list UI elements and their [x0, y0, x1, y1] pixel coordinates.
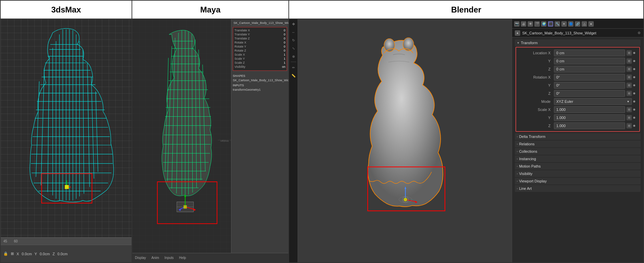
blender-select-icon[interactable]: ✥	[290, 21, 297, 27]
instancing-section: › Instancing	[515, 155, 641, 162]
viewport-maya: Mediu... Instan...	[132, 19, 231, 262]
motion-paths-header[interactable]: › Motion Paths	[515, 163, 641, 170]
blender-transform-icon[interactable]: ⊕	[290, 53, 297, 60]
viewport-display-arrow: ›	[517, 180, 518, 183]
blender-rotate-icon[interactable]: ↻	[290, 37, 297, 43]
scale-y-label: Scale Y	[234, 57, 245, 60]
shapes-label: SHAPES	[233, 74, 287, 78]
scale-x-value[interactable]: 1.000	[554, 106, 625, 113]
blender-annotate-icon[interactable]: ✏	[290, 64, 297, 71]
instancing-header[interactable]: › Instancing	[515, 155, 641, 162]
delta-arrow: ›	[517, 135, 518, 138]
blender-world-icon[interactable]: 🌍	[541, 21, 547, 27]
scale-z-value[interactable]: 1.000	[554, 122, 625, 129]
rotation-y-dot[interactable]	[633, 84, 635, 86]
rotation-y-link-icon[interactable]: ⛓	[626, 83, 632, 88]
blender-render-icon[interactable]: 📷	[514, 21, 520, 27]
scale-x-dot[interactable]	[633, 109, 635, 111]
scale-y-value[interactable]: 1.000	[554, 114, 625, 121]
rotation-z-dot[interactable]	[633, 92, 635, 94]
blender-move-icon[interactable]: ↔	[290, 29, 297, 35]
line-art-header[interactable]: › Line Art	[515, 185, 641, 192]
relations-header[interactable]: › Relations	[515, 141, 641, 147]
mode-label: Mode	[520, 99, 554, 104]
blender-particle-icon[interactable]: ✦	[561, 21, 567, 27]
rotation-y-value[interactable]: 0°	[554, 82, 625, 89]
blender-measure-icon[interactable]: 📏	[290, 72, 297, 79]
blender-modifier-icon[interactable]: 🔧	[555, 21, 560, 27]
maya-channel-box: Translate X 0 Translate Y 0 Translate Z …	[233, 27, 287, 71]
blender-left-toolbar: ✥ ↔ ↻ ⤡ ⊕ ✏ 📏	[289, 19, 298, 262]
maya-anim-tab[interactable]: Anim	[151, 256, 159, 260]
rotation-x-value[interactable]: 0°	[554, 74, 625, 81]
rotation-z-link-icon[interactable]: ⛓	[626, 91, 632, 96]
collections-header[interactable]: › Collections	[515, 148, 641, 155]
blender-properties-panel: 📷 🖨 👁 🎬 🌍 ⬛ 🔧 ✦ 🔵 🔗 △ ● ▲ SK_Carto	[512, 19, 643, 262]
scale-y-dot[interactable]	[633, 117, 635, 119]
location-z-dot[interactable]	[633, 68, 635, 70]
scale-y-label: Y	[520, 116, 554, 120]
motion-paths-label: Motion Paths	[519, 164, 541, 168]
svg-line-25	[36, 81, 39, 177]
rotate-y-label: Rotate Y	[234, 45, 246, 48]
collections-section: › Collections	[515, 148, 641, 155]
mode-dropdown-icon: ▼	[627, 100, 629, 103]
transform-box: Location X 0 cm ⛓ Y 0 cm	[515, 47, 640, 132]
scale-x-label: Scale X	[234, 53, 245, 56]
translate-y-value: 0	[284, 33, 285, 36]
blender-object-icon[interactable]: ⬛	[548, 21, 553, 27]
location-z-row: Z 0 cm ⛓	[517, 65, 638, 73]
rotation-y-row: Y 0° ⛓	[517, 81, 638, 89]
maya-edge-label: Mediu... Instan...	[217, 139, 231, 143]
location-x-dot[interactable]	[633, 52, 635, 54]
instancing-label: Instancing	[519, 157, 536, 161]
delta-transform-section: › Delta Transform	[515, 133, 641, 140]
location-z-value[interactable]: 0 cm	[554, 66, 625, 72]
rotate-z-value: 0	[284, 49, 285, 52]
blender-physics-icon[interactable]: 🔵	[568, 21, 573, 27]
scale-y-row: Y 1.000 ⛓	[517, 114, 638, 122]
rotation-z-value[interactable]: 0°	[554, 90, 625, 97]
blender-scale-icon[interactable]: ⤡	[290, 45, 297, 52]
lock-icon: 🔒	[3, 252, 8, 256]
main-container: 3dsMax Maya Blender	[0, 0, 644, 263]
statusbar-3dsmax: 🔒 ⊞ X 0.0cm Y 0.0cm Z 0.0cm	[1, 245, 132, 262]
line-art-label: Line Art	[519, 186, 532, 191]
rotation-z-row: Z 0° ⛓	[517, 89, 638, 97]
z-label: Z	[53, 252, 55, 256]
location-x-value[interactable]: 0 cm	[554, 50, 625, 56]
blender-constraint-icon[interactable]: 🔗	[575, 21, 580, 27]
blender-material-icon[interactable]: ●	[588, 21, 594, 27]
maya-help-tab[interactable]: Help	[179, 256, 186, 260]
motion-paths-arrow: ›	[517, 165, 518, 168]
scale-y-link-icon[interactable]: ⛓	[626, 115, 632, 120]
blender-output-icon[interactable]: 🖨	[521, 21, 526, 27]
delta-transform-header[interactable]: › Delta Transform	[515, 133, 641, 140]
viewport-display-header[interactable]: › Viewport Display	[515, 178, 641, 184]
location-y-dot[interactable]	[633, 60, 635, 62]
location-y-link-icon[interactable]: ⛓	[626, 58, 632, 64]
rotation-x-label: Rotation X	[520, 75, 554, 79]
location-x-link-icon[interactable]: ⛓	[626, 50, 632, 56]
rotation-x-link-icon[interactable]: ⛓	[626, 75, 632, 80]
mode-dot[interactable]	[633, 100, 635, 103]
visibility-header[interactable]: › Visibility	[515, 170, 641, 177]
transform-label: Transform	[521, 41, 538, 45]
blender-scene-icon[interactable]: 🎬	[534, 21, 540, 27]
translate-y-label: Translate Y	[234, 33, 250, 36]
object-settings-icon[interactable]: ⚙	[638, 31, 641, 35]
blender-data-icon[interactable]: △	[582, 21, 587, 27]
transform-section-header[interactable]: ▼ Transform	[515, 39, 641, 46]
scale-z-link-icon[interactable]: ⛓	[626, 123, 632, 128]
mode-value[interactable]: XYZ Euler ▼	[554, 98, 632, 105]
scale-z-dot[interactable]	[633, 125, 635, 127]
location-z-link-icon[interactable]: ⛓	[626, 66, 632, 72]
delta-transform-label: Delta Transform	[519, 135, 545, 139]
maya-display-tab[interactable]: Display	[135, 256, 146, 260]
rotation-x-dot[interactable]	[633, 76, 635, 78]
maya-inputs-tab[interactable]: Inputs	[165, 256, 174, 260]
blender-view-icon[interactable]: 👁	[528, 21, 533, 27]
scale-x-link-icon[interactable]: ⛓	[626, 107, 632, 112]
object-type-icon: ▲	[515, 30, 520, 36]
location-y-value[interactable]: 0 cm	[554, 58, 625, 64]
